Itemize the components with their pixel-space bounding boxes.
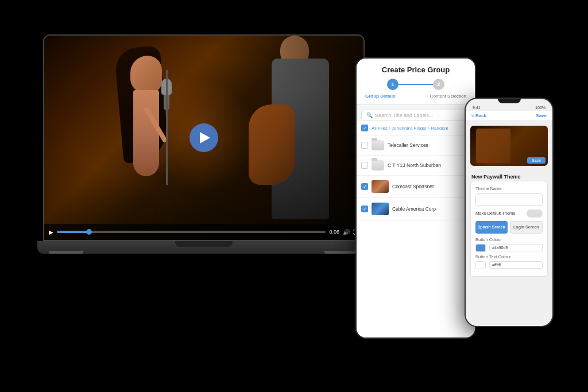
theme-name-input[interactable] xyxy=(475,193,543,206)
list-item[interactable]: C T Y13 North Suburban xyxy=(357,156,475,176)
list-item[interactable]: Telecaller Services xyxy=(357,135,475,156)
step-1-label: Group Details xyxy=(365,94,395,99)
theme-name-label: Theme Name xyxy=(475,186,543,191)
phone-device: 9:41 100% < Back Save Save New Paywall T… xyxy=(465,98,554,327)
status-time: 9:41 xyxy=(473,106,481,110)
default-toggle[interactable] xyxy=(527,209,543,218)
play-button[interactable] xyxy=(189,123,218,152)
select-all-checkbox[interactable]: ✓ xyxy=(361,125,368,131)
check-icon: ✓ xyxy=(363,126,367,131)
video-controls-bar: ▶ 0:06 🔊 ⛶ xyxy=(44,224,363,240)
item-name: Comcast Sportsnet xyxy=(392,184,470,189)
item-checkbox[interactable]: ✓ xyxy=(361,205,368,212)
save-button[interactable]: Save xyxy=(536,113,547,118)
progress-fill xyxy=(57,231,89,233)
video-background: ▶ 0:06 🔊 ⛶ xyxy=(44,36,363,240)
phone-notch xyxy=(498,99,521,103)
step-labels: Group Details Content Selection xyxy=(362,94,469,99)
laptop-notch xyxy=(175,241,233,247)
tablet-device: Create Price Group 1 2 Group Details Con… xyxy=(355,57,476,339)
status-bar: 9:41 100% xyxy=(466,104,552,111)
list-item[interactable]: ✓ Comcast Sportsnet xyxy=(357,176,475,198)
search-input[interactable]: Search Title and Labels... xyxy=(375,112,465,118)
default-toggle-row: Make Default Theme xyxy=(475,209,543,218)
tablet-title: Create Price Group xyxy=(362,65,469,74)
main-scene: ▶ 0:06 🔊 ⛶ Cre xyxy=(0,0,588,392)
item-name: Telecaller Services xyxy=(388,142,470,148)
step-1-circle: 1 xyxy=(387,79,399,90)
theme-form: Theme Name Make Default Theme Splash Scr… xyxy=(470,181,548,277)
screen-type-row: Splash Screen Login Screen xyxy=(475,221,543,234)
laptop-screen: ▶ 0:06 🔊 ⛶ xyxy=(44,36,363,240)
item-name: C T Y13 North Suburban xyxy=(388,162,470,168)
item-checkbox[interactable]: ✓ xyxy=(361,183,368,190)
folder-icon xyxy=(372,160,384,170)
folder-tab xyxy=(372,158,377,161)
item-name: Cable America Corp xyxy=(392,206,470,212)
volume-icon[interactable]: 🔊 xyxy=(343,229,350,235)
breadcrumb-text: All Files › Johanna's Folder › Random xyxy=(372,126,448,131)
text-colour-value[interactable]: #ffffff xyxy=(489,261,543,269)
play-icon xyxy=(200,132,210,143)
step-2-label: Content Selection xyxy=(430,94,466,99)
item-checkbox[interactable] xyxy=(361,142,368,149)
text-colour-swatch[interactable] xyxy=(475,261,486,269)
video-thumbnail xyxy=(372,180,389,193)
login-screen-button[interactable]: Login Screen xyxy=(510,221,543,234)
laptop-body: ▶ 0:06 🔊 ⛶ xyxy=(43,34,365,241)
default-toggle-label: Make Default Theme xyxy=(475,211,515,216)
list-item[interactable]: ✓ Cable America Corp xyxy=(357,198,475,220)
progress-bar[interactable] xyxy=(57,231,326,233)
step-2-circle: 2 xyxy=(433,79,444,90)
folder-icon xyxy=(372,140,384,150)
button-colour-section: Button Colour #4a90d9 Button Text Colour… xyxy=(475,237,543,269)
folder-tab xyxy=(372,138,377,141)
tablet-header: Create Price Group 1 2 Group Details Con… xyxy=(357,59,475,105)
laptop-base xyxy=(37,241,370,254)
colour-value[interactable]: #4a90d9 xyxy=(489,244,543,251)
button-colour-row: #4a90d9 xyxy=(475,244,543,252)
button-text-colour-row: #ffffff xyxy=(475,261,543,269)
thumb-action-button[interactable]: Save xyxy=(527,157,546,164)
video-thumbnail xyxy=(372,203,389,215)
laptop-foot-right xyxy=(324,251,359,254)
status-icons: 100% xyxy=(535,106,546,110)
laptop-device: ▶ 0:06 🔊 ⛶ xyxy=(34,34,373,275)
breadcrumb: ✓ All Files › Johanna's Folder › Random xyxy=(357,121,475,135)
content-list: Telecaller Services C T Y13 North Suburb… xyxy=(357,135,475,337)
button-colour-label: Button Colour xyxy=(475,237,543,242)
search-bar[interactable]: 🔍 Search Title and Labels... xyxy=(361,110,470,121)
search-icon: 🔍 xyxy=(366,112,373,118)
button-text-colour-label: Button Text Colour xyxy=(475,254,543,259)
phone-header: < Back Save xyxy=(466,111,552,121)
section-title: New Paywall Theme xyxy=(466,170,552,181)
video-time: 0:06 xyxy=(329,229,339,235)
item-checkbox[interactable] xyxy=(361,162,368,169)
phone-video-thumbnail: Save xyxy=(470,126,548,166)
splash-screen-button[interactable]: Splash Screen xyxy=(475,221,508,234)
laptop-foot-left xyxy=(49,251,83,254)
progress-dot xyxy=(86,229,92,235)
back-button[interactable]: < Back xyxy=(471,113,486,118)
steps-indicator: 1 2 xyxy=(362,79,469,90)
phone-screen: 9:41 100% < Back Save Save New Paywall T… xyxy=(466,99,552,326)
tablet-screen: Create Price Group 1 2 Group Details Con… xyxy=(357,59,475,337)
step-connector xyxy=(399,84,433,85)
thumb-overlay: Save xyxy=(473,157,546,164)
colour-swatch[interactable] xyxy=(475,244,486,252)
play-pause-button[interactable]: ▶ xyxy=(49,229,53,235)
